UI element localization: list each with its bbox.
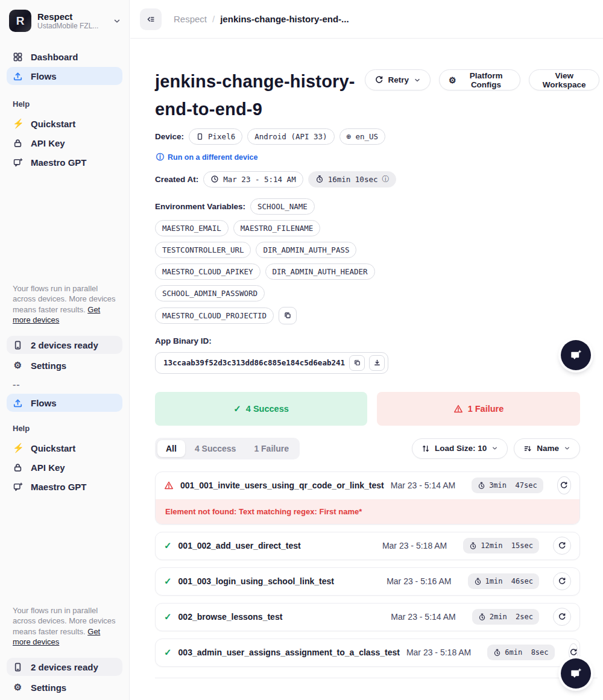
failure-summary-banner[interactable]: 1 Failure <box>377 392 580 426</box>
stopwatch-icon <box>315 175 324 183</box>
sidebar-item-api-key[interactable]: API Key <box>7 134 122 152</box>
assistant-chat-fab[interactable] <box>561 658 591 689</box>
sort-descending-icon <box>523 444 532 453</box>
gear-icon: ⚙ <box>449 75 456 85</box>
run-different-device-link[interactable]: ⓘ Run on a different device <box>156 152 257 163</box>
sidebar-divider-dashes: -- <box>7 379 122 390</box>
refresh-icon <box>374 75 384 84</box>
devices-ready-label: 2 devices ready <box>31 340 98 350</box>
env-var-chip[interactable]: MAESTRO_CLOUD_APIKEY <box>155 263 260 280</box>
collapse-sidebar-button[interactable] <box>140 8 162 30</box>
env-var-chip[interactable]: DIR_ADMIN_AUTH_PASS <box>256 242 356 258</box>
stopwatch-icon <box>478 613 486 621</box>
tab-success[interactable]: 4 Success <box>186 440 245 457</box>
copy-env-vars-button[interactable] <box>279 307 297 324</box>
header-actions: Retry ⚙ Platform Configs View Workspace <box>365 68 599 90</box>
retry-test-button[interactable] <box>557 476 571 494</box>
env-var-chip[interactable]: SCHOOL_NAME <box>250 198 315 215</box>
test-row[interactable]: ✓ 003_admin_user_assigns_assignment_to_a… <box>156 639 579 666</box>
view-workspace-button[interactable]: View Workspace <box>529 69 599 90</box>
test-row[interactable]: ✓ 001_003_login_using_school_link_test M… <box>156 568 579 595</box>
chevron-down-icon <box>491 445 498 452</box>
env-var-chip[interactable]: MAESTRO_FILENAME <box>233 220 320 236</box>
download-binary-button[interactable] <box>369 355 385 371</box>
refresh-icon <box>558 541 566 550</box>
env-var: MAESTRO_EMAIL <box>162 224 221 233</box>
chat-sparkle-icon <box>569 348 582 362</box>
sidebar-item-settings-2[interactable]: ⚙ Settings <box>7 678 122 696</box>
retry-test-button[interactable] <box>553 608 571 626</box>
env-var-chip[interactable]: DIR_ADMIN_AUTH_HEADER <box>265 263 375 280</box>
list-end-divider <box>155 678 598 678</box>
env-var: MAESTRO_CLOUD_APIKEY <box>162 267 253 276</box>
lightning-icon: ⚡ <box>13 443 23 453</box>
device-locale-chip[interactable]: ⊕ en_US <box>339 128 385 145</box>
sidebar-item-quickstart-2[interactable]: ⚡ Quickstart <box>7 439 122 457</box>
run-metadata: Device: Pixel6 Android (API 33) ⊕ en_US … <box>155 128 580 374</box>
check-icon: ✓ <box>164 647 172 658</box>
device-model-chip[interactable]: Pixel6 <box>189 128 242 145</box>
retry-test-button[interactable] <box>553 537 571 555</box>
test-duration: 2min 2sec <box>490 613 533 621</box>
device-os-chip[interactable]: Android (API 33) <box>247 128 334 145</box>
upload-icon <box>13 71 23 81</box>
list-toolbar: All 4 Success 1 Failure Load Size: 10 Na… <box>155 438 580 459</box>
sidebar-item-label: Quickstart <box>31 119 75 129</box>
arrows-sort-icon <box>421 444 430 453</box>
sidebar: R Respect UstadMobile FZL... Dashboard F… <box>0 0 130 700</box>
success-summary-banner[interactable]: ✓ 4 Success <box>155 392 367 426</box>
sidebar-item-label: Maestro GPT <box>31 157 87 168</box>
env-var-chip[interactable]: TESTCONTROLLER_URL <box>155 242 251 258</box>
created-date-chip[interactable]: Mar 23 - 5:14 AM <box>203 171 303 188</box>
check-icon: ✓ <box>164 611 172 622</box>
assistant-chat-fab[interactable] <box>561 340 591 370</box>
env-var: MAESTRO_FILENAME <box>241 224 313 233</box>
download-icon <box>373 359 381 367</box>
env-label: Environment Variables: <box>155 202 245 211</box>
test-name: 001_002_add_user_direct_test <box>178 541 301 550</box>
env-var-chip[interactable]: MAESTRO_EMAIL <box>155 220 229 236</box>
platform-configs-label: Platform Configs <box>461 71 511 89</box>
sidebar-item-maestro-gpt-2[interactable]: Maestro GPT <box>7 478 122 496</box>
test-date: Mar 23 - 5:14 AM <box>391 481 455 490</box>
result-summary: ✓ 4 Success 1 Failure <box>155 392 580 426</box>
refresh-icon <box>558 613 566 621</box>
sidebar-item-flows-2[interactable]: Flows <box>7 394 122 412</box>
copy-binary-id-button[interactable] <box>349 355 365 371</box>
tab-all[interactable]: All <box>157 440 185 457</box>
sidebar-item-api-key-2[interactable]: API Key <box>7 458 122 476</box>
total-duration-chip[interactable]: 16min 10sec ⓘ <box>308 171 397 188</box>
workspace-switcher[interactable]: R Respect UstadMobile FZL... <box>7 0 122 32</box>
workspace-logo-letter: R <box>16 14 25 28</box>
refresh-icon <box>558 577 566 585</box>
sidebar-item-maestro-gpt[interactable]: Maestro GPT <box>7 153 122 171</box>
retry-button[interactable]: Retry <box>365 69 431 90</box>
sidebar-item-dashboard[interactable]: Dashboard <box>7 48 122 66</box>
test-duration-chip: 12min 15sec <box>463 538 539 553</box>
info-icon: ⓘ <box>156 152 164 163</box>
sidebar-item-label: Maestro GPT <box>31 482 87 492</box>
platform-configs-button[interactable]: ⚙ Platform Configs <box>439 69 520 90</box>
test-row[interactable]: ✓ 002_browse_lessons_test Mar 23 - 5:14 … <box>156 604 579 631</box>
retry-test-button[interactable] <box>553 572 571 590</box>
tab-failure[interactable]: 1 Failure <box>245 440 297 457</box>
sidebar-item-settings[interactable]: ⚙ Settings <box>7 356 122 374</box>
sort-dropdown[interactable]: Name <box>514 438 580 459</box>
devices-ready-status[interactable]: 2 devices ready <box>7 336 122 354</box>
test-date: Mar 23 - 5:18 AM <box>406 648 471 657</box>
env-var-chip[interactable]: MAESTRO_CLOUD_PROJECTID <box>155 307 274 324</box>
test-row[interactable]: ✓ 001_002_add_user_direct_test Mar 23 - … <box>156 532 579 560</box>
sidebar-item-quickstart[interactable]: ⚡ Quickstart <box>7 115 122 133</box>
test-row[interactable]: 001_001_invite_users_using_qr_code_or_li… <box>156 472 579 499</box>
env-var: MAESTRO_CLOUD_PROJECTID <box>162 311 267 320</box>
breadcrumb-parent[interactable]: Respect <box>174 14 207 24</box>
workspace-name: Respect <box>37 11 107 22</box>
phone-icon <box>13 662 23 672</box>
sidebar-item-flows[interactable]: Flows <box>7 67 122 85</box>
env-var-chip[interactable]: SCHOOL_ADMIN_PASSWORD <box>155 285 265 301</box>
load-size-dropdown[interactable]: Load Size: 10 <box>412 438 508 459</box>
device-label: Device: <box>155 132 184 141</box>
phone-icon <box>13 340 23 350</box>
check-icon: ✓ <box>164 576 172 587</box>
devices-ready-status-2[interactable]: 2 devices ready <box>7 658 122 676</box>
